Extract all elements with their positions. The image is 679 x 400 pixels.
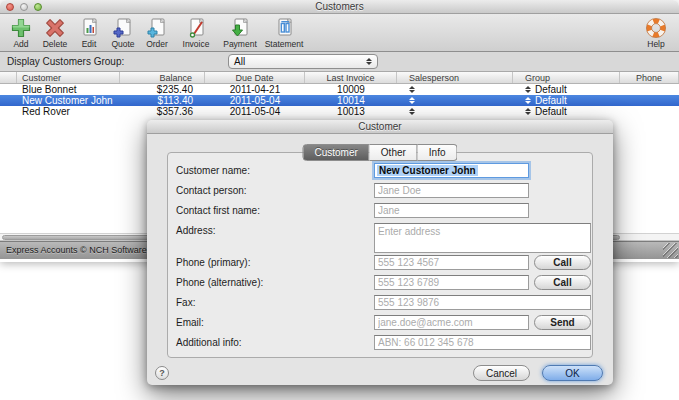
payment-button[interactable]: Payment <box>218 16 262 49</box>
cell-due-date: 2011-05-04 <box>205 106 305 117</box>
cell-last-invoice: 10009 <box>305 84 397 95</box>
column-header-customer[interactable]: Customer <box>10 72 120 83</box>
stepper-icon <box>525 108 531 115</box>
call-button-phone-primary[interactable]: Call <box>534 255 591 270</box>
stepper-icon <box>366 58 372 65</box>
cell-last-invoice: 10013 <box>305 106 397 117</box>
quote-icon <box>111 16 135 40</box>
dialog-body: CustomerOtherInfo Customer name:New Cust… <box>147 134 613 385</box>
dialog-help-button[interactable]: ? <box>155 366 169 380</box>
cell-group[interactable]: Default <box>513 84 620 95</box>
customer-groupbox: CustomerOtherInfo Customer name:New Cust… <box>167 152 593 358</box>
stepper-icon <box>409 108 415 115</box>
dialog-footer: ? Cancel OK <box>147 364 613 385</box>
field-row-phone-primary: Phone (primary):Call <box>168 255 592 275</box>
additional-info-control <box>374 335 591 355</box>
group-value: Default <box>535 95 567 106</box>
cell-gutter <box>0 106 10 117</box>
toolbar-item-label: Edit <box>82 40 97 49</box>
invoice-button[interactable]: Invoice <box>174 16 218 49</box>
customer-dialog: Customer CustomerOtherInfo Customer name… <box>147 120 613 385</box>
selected-text: New Customer John <box>377 165 478 176</box>
call-button-phone-alternative[interactable]: Call <box>534 275 591 290</box>
dialog-title: Customer <box>358 121 401 132</box>
field-row-contact-first-name: Contact first name: <box>168 203 592 223</box>
cell-salesperson[interactable] <box>397 84 513 95</box>
tab-customer[interactable]: Customer <box>302 144 369 161</box>
column-header-group[interactable]: Group <box>513 72 620 83</box>
cell-due-date: 2011-05-04 <box>205 95 305 106</box>
cell-due-date: 2011-04-21 <box>205 84 305 95</box>
cell-salesperson[interactable] <box>397 95 513 106</box>
fax-field[interactable] <box>374 295 591 310</box>
cell-phone <box>620 84 679 95</box>
customers-table: Blue Bonnet$235.402011-04-2110009Default… <box>0 84 679 117</box>
tab-info[interactable]: Info <box>418 144 458 161</box>
table-row[interactable]: Red Rover$357.362011-05-0410013Default <box>0 106 679 117</box>
cell-customer: Blue Bonnet <box>10 84 120 95</box>
delete-button[interactable]: Delete <box>38 16 72 49</box>
resize-grip[interactable] <box>663 243 678 258</box>
contact-person-control <box>374 183 591 203</box>
toolbar-item-label: Statement <box>265 40 304 49</box>
phone-primary-control: Call <box>374 255 591 275</box>
quote-button[interactable]: Quote <box>106 16 140 49</box>
help-label: Help <box>647 40 664 49</box>
field-row-email: Email:Send <box>168 315 592 335</box>
column-header-due-date[interactable]: Due Date <box>205 72 305 83</box>
address-control <box>374 223 591 255</box>
help-icon <box>645 16 667 40</box>
additional-info-field[interactable] <box>374 335 591 350</box>
order-button[interactable]: Order <box>140 16 174 49</box>
contact-person-label: Contact person: <box>176 185 247 196</box>
field-row-fax: Fax: <box>168 295 592 315</box>
cell-last-invoice: 10014 <box>305 95 397 106</box>
cell-group[interactable]: Default <box>513 106 620 117</box>
customer-name-label: Customer name: <box>176 165 250 176</box>
fax-label: Fax: <box>176 297 195 308</box>
filter-label: Display Customers Group: <box>7 56 124 67</box>
column-header-last-invoice[interactable]: Last Invoice <box>305 72 397 83</box>
toolbar-item-label: Add <box>13 40 28 49</box>
column-header-phone[interactable]: Phone <box>620 72 679 83</box>
cancel-button[interactable]: Cancel <box>473 365 530 381</box>
cell-gutter <box>0 95 10 106</box>
contact-first-name-field[interactable] <box>374 203 529 218</box>
stepper-icon <box>409 97 415 104</box>
customer-name-field[interactable]: New Customer John <box>374 163 529 178</box>
column-header-balance[interactable]: Balance <box>120 72 205 83</box>
delete-icon <box>43 16 67 40</box>
dropdown-value: All <box>234 56 366 67</box>
contact-person-field[interactable] <box>374 183 529 198</box>
address-label: Address: <box>176 225 215 236</box>
phone-alternative-field[interactable] <box>374 275 529 290</box>
cell-group[interactable]: Default <box>513 95 620 106</box>
table-row[interactable]: New Customer John$113.402011-05-0410014D… <box>0 95 679 106</box>
order-icon <box>145 16 169 40</box>
edit-icon <box>77 16 101 40</box>
cell-salesperson[interactable] <box>397 106 513 117</box>
contact-first-name-label: Contact first name: <box>176 205 260 216</box>
phone-primary-field[interactable] <box>374 255 529 270</box>
phone-primary-label: Phone (primary): <box>176 257 250 268</box>
dialog-titlebar: Customer <box>147 120 613 134</box>
column-header-salesperson[interactable]: Salesperson <box>397 72 513 83</box>
tab-other[interactable]: Other <box>370 144 418 161</box>
customers-group-dropdown[interactable]: All <box>228 54 378 69</box>
field-row-address: Address: <box>168 223 592 255</box>
email-label: Email: <box>176 317 204 328</box>
toolbar-item-label: Order <box>146 40 168 49</box>
email-field[interactable] <box>374 315 529 330</box>
add-button[interactable]: Add <box>4 16 38 49</box>
address-field[interactable] <box>374 223 591 253</box>
screen: Customers AddDeleteEditQuoteOrderInvoice… <box>0 0 679 400</box>
table-row[interactable]: Blue Bonnet$235.402011-04-2110009Default <box>0 84 679 95</box>
ok-button[interactable]: OK <box>542 365 603 381</box>
dialog-tabs: CustomerOtherInfo <box>302 144 457 161</box>
help-button[interactable]: Help <box>639 16 673 49</box>
main-titlebar: Customers <box>0 0 679 14</box>
statement-button[interactable]: Statement <box>262 16 306 49</box>
toolbar-item-label: Payment <box>223 40 257 49</box>
edit-button[interactable]: Edit <box>72 16 106 49</box>
send-button-email[interactable]: Send <box>534 315 591 330</box>
